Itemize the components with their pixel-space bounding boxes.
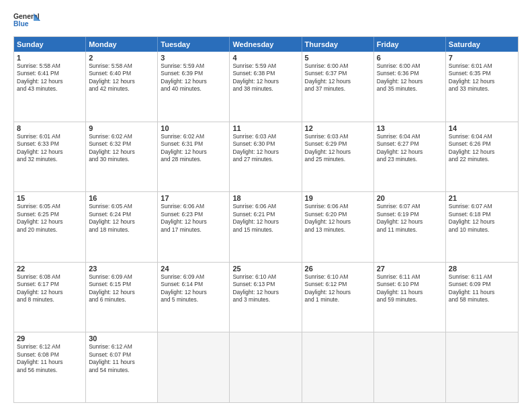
week-row-2: 8Sunrise: 6:01 AMSunset: 6:33 PMDaylight… bbox=[14, 122, 518, 193]
calendar-body: 1Sunrise: 5:58 AMSunset: 6:41 PMDaylight… bbox=[14, 52, 518, 402]
table-row: 6Sunrise: 6:00 AMSunset: 6:36 PMDaylight… bbox=[374, 52, 446, 122]
svg-text:Blue: Blue bbox=[13, 20, 29, 28]
cell-line: Daylight: 12 hours bbox=[377, 218, 443, 226]
day-number: 6 bbox=[377, 54, 443, 62]
table-row: 1Sunrise: 5:58 AMSunset: 6:41 PMDaylight… bbox=[14, 52, 86, 122]
cell-line: and 3 minutes. bbox=[232, 296, 298, 304]
cell-line: Sunset: 6:26 PM bbox=[449, 140, 515, 148]
table-row: 22Sunrise: 6:08 AMSunset: 6:17 PMDayligh… bbox=[14, 263, 86, 332]
table-row: 29Sunrise: 6:12 AMSunset: 6:08 PMDayligh… bbox=[14, 332, 86, 402]
cell-line: Sunset: 6:30 PM bbox=[232, 140, 298, 148]
day-number: 27 bbox=[377, 265, 443, 273]
cell-line: Daylight: 12 hours bbox=[305, 289, 371, 296]
cell-line: Sunrise: 6:02 AM bbox=[161, 133, 226, 140]
cell-line: Daylight: 12 hours bbox=[89, 148, 154, 156]
cell-line: and 20 minutes. bbox=[17, 226, 83, 234]
week-row-5: 29Sunrise: 6:12 AMSunset: 6:08 PMDayligh… bbox=[14, 332, 518, 402]
cell-line: and 5 minutes. bbox=[161, 296, 226, 304]
cell-line: Sunrise: 6:01 AM bbox=[449, 62, 515, 70]
cell-line: Daylight: 12 hours bbox=[17, 148, 83, 156]
table-row: 26Sunrise: 6:10 AMSunset: 6:12 PMDayligh… bbox=[302, 263, 374, 332]
cell-line: Daylight: 12 hours bbox=[449, 148, 515, 156]
cell-line: and 42 minutes. bbox=[89, 85, 154, 93]
cell-line: Sunrise: 6:03 AM bbox=[305, 133, 371, 140]
cell-line: and 58 minutes. bbox=[449, 296, 515, 304]
day-number: 14 bbox=[449, 124, 515, 132]
cell-line: Daylight: 11 hours bbox=[377, 289, 443, 296]
table-row: 17Sunrise: 6:06 AMSunset: 6:23 PMDayligh… bbox=[158, 192, 230, 262]
day-number: 21 bbox=[449, 194, 515, 202]
page: General Blue SundayMondayTuesdayWednesda… bbox=[0, 0, 532, 411]
table-row: 3Sunrise: 5:59 AMSunset: 6:39 PMDaylight… bbox=[158, 52, 230, 122]
cell-line: Daylight: 12 hours bbox=[161, 148, 226, 156]
cell-line: Sunset: 6:32 PM bbox=[89, 140, 154, 148]
day-number: 2 bbox=[89, 54, 154, 62]
day-number: 18 bbox=[232, 194, 298, 202]
cell-line: Daylight: 12 hours bbox=[232, 148, 298, 156]
cell-line: Sunrise: 6:07 AM bbox=[449, 203, 515, 210]
table-row: 10Sunrise: 6:02 AMSunset: 6:31 PMDayligh… bbox=[158, 122, 230, 192]
cell-line: Daylight: 11 hours bbox=[17, 359, 83, 366]
day-number: 11 bbox=[232, 124, 298, 132]
cell-line: Daylight: 12 hours bbox=[89, 218, 154, 226]
cell-line: Sunrise: 5:58 AM bbox=[89, 62, 154, 70]
cell-line: Sunset: 6:08 PM bbox=[17, 351, 83, 359]
cell-line: Sunrise: 5:59 AM bbox=[161, 62, 226, 70]
cell-line: Daylight: 12 hours bbox=[161, 218, 226, 226]
cell-line: Sunrise: 6:01 AM bbox=[17, 133, 83, 140]
cell-line: and 40 minutes. bbox=[161, 85, 226, 93]
cell-line: Sunset: 6:21 PM bbox=[232, 211, 298, 218]
cell-line: Sunset: 6:15 PM bbox=[89, 281, 154, 288]
table-row: 23Sunrise: 6:09 AMSunset: 6:15 PMDayligh… bbox=[86, 263, 158, 332]
day-number: 29 bbox=[17, 334, 83, 342]
cell-line: Sunrise: 6:06 AM bbox=[161, 203, 226, 210]
table-row: 13Sunrise: 6:04 AMSunset: 6:27 PMDayligh… bbox=[374, 122, 446, 192]
cell-line: and 30 minutes. bbox=[89, 156, 154, 163]
table-row: 19Sunrise: 6:06 AMSunset: 6:20 PMDayligh… bbox=[302, 192, 374, 262]
day-number: 3 bbox=[161, 54, 226, 62]
day-number: 22 bbox=[17, 265, 83, 273]
cell-line: Sunrise: 6:09 AM bbox=[89, 273, 154, 281]
cell-line: Daylight: 12 hours bbox=[17, 78, 83, 85]
cell-line: Sunset: 6:36 PM bbox=[377, 70, 443, 77]
table-row: 15Sunrise: 6:05 AMSunset: 6:25 PMDayligh… bbox=[14, 192, 86, 262]
cell-line: Daylight: 12 hours bbox=[89, 289, 154, 296]
cell-line: Sunrise: 6:06 AM bbox=[232, 203, 298, 210]
cell-line: Daylight: 11 hours bbox=[89, 359, 154, 366]
cell-line: and 32 minutes. bbox=[17, 156, 83, 163]
cell-line: Sunset: 6:27 PM bbox=[377, 140, 443, 148]
calendar: SundayMondayTuesdayWednesdayThursdayFrid… bbox=[13, 36, 519, 403]
cell-line: Sunset: 6:37 PM bbox=[305, 70, 371, 77]
day-number: 28 bbox=[449, 265, 515, 273]
day-number: 8 bbox=[17, 124, 83, 132]
table-row bbox=[230, 332, 302, 402]
day-number: 7 bbox=[449, 54, 515, 62]
cell-line: Daylight: 12 hours bbox=[232, 78, 298, 85]
cell-line: Daylight: 12 hours bbox=[377, 78, 443, 85]
cell-line: Daylight: 11 hours bbox=[449, 289, 515, 296]
table-row: 30Sunrise: 6:12 AMSunset: 6:07 PMDayligh… bbox=[86, 332, 158, 402]
cell-line: Sunset: 6:20 PM bbox=[305, 211, 371, 218]
cell-line: and 8 minutes. bbox=[17, 296, 83, 304]
table-row: 21Sunrise: 6:07 AMSunset: 6:18 PMDayligh… bbox=[446, 192, 518, 262]
week-row-1: 1Sunrise: 5:58 AMSunset: 6:41 PMDaylight… bbox=[14, 52, 518, 122]
header-day-sunday: Sunday bbox=[14, 37, 86, 52]
cell-line: Daylight: 12 hours bbox=[232, 218, 298, 226]
cell-line: Sunset: 6:17 PM bbox=[17, 281, 83, 288]
table-row bbox=[446, 332, 518, 402]
cell-line: Sunset: 6:31 PM bbox=[161, 140, 226, 148]
cell-line: Daylight: 12 hours bbox=[161, 78, 226, 85]
cell-line: Sunrise: 6:00 AM bbox=[377, 62, 443, 70]
day-number: 23 bbox=[89, 265, 154, 273]
table-row bbox=[302, 332, 374, 402]
day-number: 5 bbox=[305, 54, 371, 62]
week-row-3: 15Sunrise: 6:05 AMSunset: 6:25 PMDayligh… bbox=[14, 192, 518, 263]
cell-line: Daylight: 12 hours bbox=[449, 78, 515, 85]
day-number: 1 bbox=[17, 54, 83, 62]
header: General Blue bbox=[13, 11, 519, 31]
cell-line: Sunrise: 6:04 AM bbox=[449, 133, 515, 140]
cell-line: Sunset: 6:33 PM bbox=[17, 140, 83, 148]
header-day-friday: Friday bbox=[374, 37, 446, 52]
cell-line: Daylight: 12 hours bbox=[305, 148, 371, 156]
cell-line: Sunset: 6:39 PM bbox=[161, 70, 226, 77]
